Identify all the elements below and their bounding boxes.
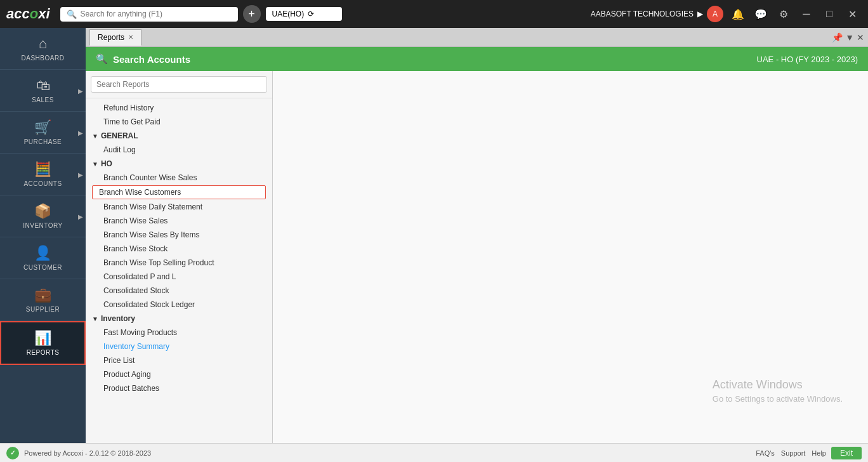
customer-icon: 👤: [34, 245, 51, 261]
report-item-time-to-get-paid[interactable]: Time to Get Paid: [86, 115, 272, 129]
reports-content: Activate Windows Go to Settings to activ…: [273, 71, 868, 443]
windows-watermark: Activate Windows Go to Settings to activ…: [713, 378, 843, 405]
minimize-button[interactable]: ─: [797, 4, 816, 23]
support-link[interactable]: Support: [781, 449, 806, 457]
report-item-branch-wise-top-selling[interactable]: Branch Wise Top Selling Product: [86, 256, 272, 270]
section-inventory-label: Inventory: [101, 314, 135, 323]
search-accounts-icon: 🔍: [96, 53, 108, 65]
reports-period: UAE - HO (FY 2023 - 2023): [757, 55, 858, 64]
powered-by-text: Powered by Accoxi - 2.0.12 © 2018-2023: [24, 449, 151, 457]
faq-link[interactable]: FAQ's: [756, 449, 775, 457]
report-item-branch-counter-wise-sales[interactable]: Branch Counter Wise Sales: [86, 171, 272, 185]
tab-reports-close[interactable]: ✕: [128, 34, 133, 41]
sidebar-label-supplier: SUPPLIER: [26, 306, 60, 313]
refresh-icon[interactable]: ⟳: [308, 10, 314, 18]
topbar: accoxi 🔍 + UAE(HO) ⟳ AABASOFT TECHNOLOGI…: [0, 0, 868, 28]
reports-header: 🔍 Search Accounts UAE - HO (FY 2023 - 20…: [86, 47, 868, 71]
sidebar-label-reports: REPORTS: [27, 349, 60, 356]
report-item-branch-wise-sales[interactable]: Branch Wise Sales: [86, 214, 272, 228]
inventory-collapse-arrow: ▼: [92, 315, 98, 322]
report-item-consolidated-stock[interactable]: Consolidated Stock: [86, 284, 272, 298]
notifications-button[interactable]: 🔔: [728, 4, 747, 23]
content-area: Reports ✕ 📌 ▼ ✕ 🔍 Search Accounts UAE - …: [86, 28, 868, 443]
report-item-branch-wise-sales-by-items[interactable]: Branch Wise Sales By Items: [86, 228, 272, 242]
sidebar: ⌂ DASHBOARD 🛍 SALES ▶ 🛒 PURCHASE ▶ 🧮 ACC…: [0, 28, 86, 443]
search-reports-input[interactable]: [91, 76, 267, 93]
tab-pin-button[interactable]: 📌: [832, 32, 843, 43]
section-inventory[interactable]: ▼ Inventory: [86, 312, 272, 326]
reports-header-left: 🔍 Search Accounts: [96, 53, 190, 65]
maximize-button[interactable]: □: [820, 4, 839, 23]
location-selector[interactable]: UAE(HO) ⟳: [266, 7, 342, 21]
report-item-inventory-summary[interactable]: Inventory Summary: [86, 340, 272, 353]
section-general-label: GENERAL: [101, 131, 138, 140]
sidebar-item-inventory[interactable]: 📦 INVENTORY ▶: [0, 195, 86, 237]
report-item-refund-history[interactable]: Refund History: [86, 101, 272, 115]
search-icon: 🔍: [67, 10, 77, 19]
report-item-fast-moving-products[interactable]: Fast Moving Products: [86, 326, 272, 340]
sidebar-label-accounts: ACCOUNTS: [23, 180, 62, 187]
sidebar-item-reports[interactable]: 📊 REPORTS: [0, 321, 86, 365]
global-search-input[interactable]: [81, 10, 232, 18]
bottom-logo: ✓: [6, 447, 19, 459]
bottom-bar: ✓ Powered by Accoxi - 2.0.12 © 2018-2023…: [0, 443, 868, 462]
report-item-consolidated-p-and-l[interactable]: Consolidated P and L: [86, 270, 272, 284]
search-reports-container: [86, 71, 272, 98]
report-item-audit-log[interactable]: Audit Log: [86, 143, 272, 157]
chat-button[interactable]: 💬: [751, 4, 770, 23]
exit-button[interactable]: Exit: [831, 447, 862, 459]
topbar-icons: 🔔 💬 ⚙ ─ □ ✕: [728, 4, 862, 23]
report-item-branch-wise-daily-statement[interactable]: Branch Wise Daily Statement: [86, 200, 272, 214]
tab-bar: Reports ✕ 📌 ▼ ✕: [86, 28, 868, 47]
reports-body: Refund History Time to Get Paid ▼ GENERA…: [86, 71, 868, 443]
sidebar-item-customer[interactable]: 👤 CUSTOMER: [0, 237, 86, 279]
report-item-product-aging[interactable]: Product Aging: [86, 367, 272, 381]
main-layout: ⌂ DASHBOARD 🛍 SALES ▶ 🛒 PURCHASE ▶ 🧮 ACC…: [0, 28, 868, 443]
inventory-icon: 📦: [34, 203, 51, 220]
report-item-consolidated-stock-ledger[interactable]: Consolidated Stock Ledger: [86, 298, 272, 312]
location-label: UAE(HO): [272, 10, 305, 18]
tab-reports-label: Reports: [98, 33, 124, 42]
sidebar-label-customer: CUSTOMER: [23, 264, 62, 271]
inventory-expand-arrow: ▶: [78, 213, 83, 220]
report-item-branch-wise-stock[interactable]: Branch Wise Stock: [86, 242, 272, 256]
tab-dropdown-button[interactable]: ▼: [845, 32, 854, 43]
sidebar-item-purchase[interactable]: 🛒 PURCHASE ▶: [0, 112, 86, 154]
tab-reports[interactable]: Reports ✕: [89, 29, 141, 46]
global-search-bar[interactable]: 🔍: [60, 7, 238, 22]
ho-collapse-arrow: ▼: [92, 161, 98, 168]
sidebar-item-sales[interactable]: 🛍 SALES ▶: [0, 70, 86, 112]
company-name: AABASOFT TECHNOLOGIES ▶ A: [591, 6, 723, 22]
section-ho[interactable]: ▼ HO: [86, 157, 272, 171]
add-button[interactable]: +: [243, 5, 261, 23]
purchase-expand-arrow: ▶: [78, 129, 83, 136]
section-general[interactable]: ▼ GENERAL: [86, 129, 272, 143]
bottom-links: FAQ's Support Help: [756, 449, 826, 457]
sidebar-label-sales: SALES: [32, 96, 54, 103]
close-button[interactable]: ✕: [843, 4, 862, 23]
company-arrow: ▶: [697, 10, 703, 18]
report-item-price-list[interactable]: Price List: [86, 353, 272, 367]
search-accounts-label: Search Accounts: [113, 54, 190, 65]
purchase-icon: 🛒: [34, 119, 51, 136]
help-link[interactable]: Help: [812, 449, 826, 457]
dashboard-icon: ⌂: [39, 36, 47, 52]
sidebar-label-purchase: PURCHASE: [24, 138, 62, 145]
sales-icon: 🛍: [36, 77, 50, 94]
supplier-icon: 💼: [34, 287, 51, 303]
tab-close-all-button[interactable]: ✕: [857, 32, 864, 43]
sales-expand-arrow: ▶: [78, 87, 83, 94]
report-item-branch-wise-customers[interactable]: Branch Wise Customers: [92, 185, 266, 199]
report-item-product-batches[interactable]: Product Batches: [86, 381, 272, 395]
tab-controls: 📌 ▼ ✕: [832, 32, 864, 43]
user-avatar: A: [707, 6, 723, 22]
sidebar-label-dashboard: DASHBOARD: [22, 55, 65, 62]
accounts-expand-arrow: ▶: [78, 171, 83, 178]
sidebar-item-accounts[interactable]: 🧮 ACCOUNTS ▶: [0, 154, 86, 195]
settings-button[interactable]: ⚙: [774, 4, 793, 23]
accounts-icon: 🧮: [34, 161, 51, 178]
sidebar-item-dashboard[interactable]: ⌂ DASHBOARD: [0, 28, 86, 70]
reports-tree: Refund History Time to Get Paid ▼ GENERA…: [86, 98, 272, 443]
sidebar-item-supplier[interactable]: 💼 SUPPLIER: [0, 279, 86, 321]
reports-icon: 📊: [34, 330, 51, 346]
